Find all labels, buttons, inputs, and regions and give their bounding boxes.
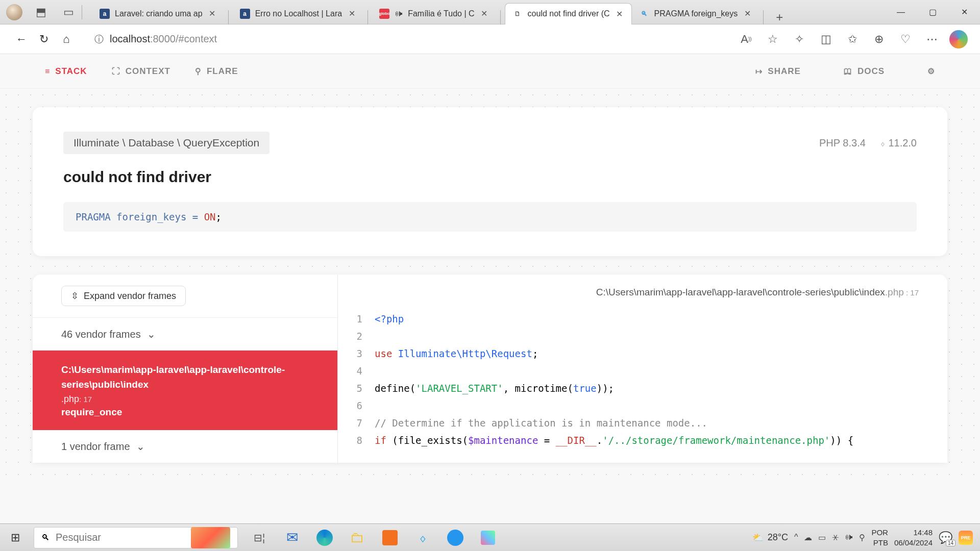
toolbar-icons: A)) ☆ ✧ ◫ ✩ ⊕ ♡ ⋯ bbox=[735, 28, 970, 51]
code-line: 2 bbox=[338, 328, 947, 345]
tab-title: Família é Tudo | C bbox=[408, 9, 474, 18]
url-text: localhost:8000/#context bbox=[110, 33, 217, 45]
favorite-icon[interactable]: ☆ bbox=[762, 28, 784, 51]
close-icon[interactable]: ✕ bbox=[347, 9, 356, 18]
code-line: 1<?php bbox=[338, 310, 947, 328]
edge-icon[interactable] bbox=[309, 524, 340, 552]
maximize-button[interactable]: ▢ bbox=[917, 0, 948, 24]
clock[interactable]: 14:48 06/04/2024 bbox=[894, 528, 933, 547]
weather-icon: ⛅ bbox=[752, 532, 764, 543]
alura-favicon-icon: a bbox=[240, 9, 250, 19]
site-info-icon[interactable]: ⓘ bbox=[94, 33, 104, 45]
code-line: 4 bbox=[338, 362, 947, 380]
tab-title: Laravel: criando uma ap bbox=[115, 9, 203, 18]
address-bar: ← ↻ ⌂ ⓘ localhost:8000/#context A)) ☆ ✧ … bbox=[0, 24, 980, 54]
task-view-icon[interactable]: ⊟¦ bbox=[244, 524, 275, 552]
notifications-button[interactable]: 💬14 bbox=[939, 531, 952, 544]
code-line: 6 bbox=[338, 397, 947, 414]
app-icon[interactable] bbox=[473, 524, 503, 552]
explorer-icon[interactable]: 🗀 bbox=[342, 524, 373, 552]
tray-app-icon[interactable]: PRE bbox=[959, 531, 973, 545]
close-icon[interactable]: ✕ bbox=[615, 9, 624, 18]
minimize-button[interactable]: — bbox=[885, 0, 917, 24]
divider bbox=[228, 10, 229, 24]
expand-vendor-button[interactable]: ⇳Expand vendor frames bbox=[61, 286, 186, 306]
xampp-icon[interactable] bbox=[375, 524, 405, 552]
nav-flare[interactable]: ⚲FLARE bbox=[183, 66, 251, 77]
nav-stack[interactable]: ≡STACK bbox=[33, 66, 100, 77]
battery-icon[interactable]: ▭ bbox=[818, 533, 826, 542]
extensions-icon[interactable]: ✧ bbox=[788, 28, 811, 51]
ignition-nav: ≡STACK ⛶CONTEXT ⚲FLARE ↦SHARE 🕮DOCS ⚙ bbox=[0, 54, 980, 89]
task-icons: ⊟¦ ✉ 🗀 ⬨ bbox=[244, 524, 503, 552]
copilot-button[interactable] bbox=[947, 28, 970, 51]
collections-icon[interactable]: ⊕ bbox=[868, 28, 890, 51]
performance-icon[interactable]: ♡ bbox=[894, 28, 917, 51]
versions: PHP 8.3.4 ⬨ 11.2.0 bbox=[819, 137, 917, 149]
docker-icon[interactable] bbox=[440, 524, 471, 552]
favorites-bar-icon[interactable]: ✩ bbox=[841, 28, 864, 51]
taskbar: ⊞ 🔍︎ ⊟¦ ✉ 🗀 ⬨ ⛅ 28°C ^ ☁ ▭ ⚹ 🕪 ⚲ POR PTB bbox=[0, 523, 980, 551]
tab-laravel-course[interactable]: a Laravel: criando uma ap ✕ bbox=[92, 3, 224, 24]
vscode-icon[interactable]: ⬨ bbox=[407, 524, 438, 552]
back-button[interactable]: ← bbox=[10, 28, 33, 51]
tab-actions-icon[interactable]: ▭ bbox=[59, 3, 78, 21]
usb-icon[interactable]: ⚲ bbox=[859, 533, 865, 542]
refresh-button[interactable]: ↻ bbox=[33, 28, 55, 51]
home-button[interactable]: ⌂ bbox=[55, 28, 78, 51]
alura-favicon-icon: a bbox=[100, 9, 110, 19]
new-tab-button[interactable]: + bbox=[768, 10, 791, 24]
exception-class: Illuminate \ Database \ QueryException bbox=[63, 132, 270, 154]
read-aloud-icon[interactable]: A)) bbox=[735, 28, 757, 51]
close-icon[interactable]: ✕ bbox=[480, 9, 489, 18]
code-line: 8if (file_exists($maintenance = __DIR__.… bbox=[338, 432, 947, 449]
mail-icon[interactable]: ✉ bbox=[277, 524, 307, 552]
stack-icon: ≡ bbox=[45, 67, 50, 76]
workspaces-icon[interactable]: ⬒ bbox=[32, 3, 50, 21]
weather-widget[interactable]: ⛅ 28°C bbox=[752, 532, 788, 543]
profile-avatar[interactable] bbox=[6, 4, 22, 20]
url-input[interactable]: ⓘ localhost:8000/#context bbox=[85, 29, 728, 49]
search-decoration-icon bbox=[191, 527, 230, 548]
code-line: 7// Determine if the application is in m… bbox=[338, 414, 947, 432]
nav-context[interactable]: ⛶CONTEXT bbox=[100, 66, 183, 77]
split-screen-icon[interactable]: ◫ bbox=[815, 28, 837, 51]
nav-share[interactable]: ↦SHARE bbox=[743, 66, 813, 77]
onedrive-icon[interactable]: ☁ bbox=[804, 533, 812, 542]
tab-title: PRAGMA foreign_keys bbox=[654, 9, 738, 18]
vendor-frames-bottom[interactable]: 1 vendor frame⌄ bbox=[33, 430, 337, 463]
code-panel: C:\Users\marim\app-laravel\app-laravel\c… bbox=[338, 274, 947, 463]
nav-docs[interactable]: 🕮DOCS bbox=[831, 66, 897, 77]
vendor-frames-top[interactable]: 46 vendor frames⌄ bbox=[33, 318, 337, 350]
file-favicon-icon: 🗋 bbox=[512, 9, 523, 19]
laravel-version: 11.2.0 bbox=[888, 137, 917, 148]
tab-title: could not find driver (C bbox=[528, 9, 610, 18]
tab-driver-error[interactable]: 🗋 could not find driver (C ✕ bbox=[505, 3, 632, 24]
tab-pragma-search[interactable]: 🔍︎ PRAGMA foreign_keys ✕ bbox=[632, 3, 760, 24]
chevron-up-icon[interactable]: ^ bbox=[794, 533, 798, 542]
start-button[interactable]: ⊞ bbox=[0, 524, 31, 552]
search-input[interactable] bbox=[56, 532, 185, 543]
close-icon[interactable]: ✕ bbox=[743, 9, 752, 18]
close-icon[interactable]: ✕ bbox=[208, 9, 217, 18]
divider bbox=[763, 10, 764, 24]
active-frame[interactable]: C:\Users\marim\app-laravel\app-laravel\c… bbox=[33, 350, 337, 430]
language-indicator[interactable]: POR PTB bbox=[871, 528, 888, 547]
stack-card: ⇳Expand vendor frames 46 vendor frames⌄ … bbox=[33, 274, 947, 463]
settings-button[interactable]: ⚙ bbox=[915, 66, 947, 76]
tab-localhost-error[interactable]: a Erro no Localhost | Lara ✕ bbox=[233, 3, 363, 24]
volume-icon[interactable]: 🕪 bbox=[845, 533, 853, 542]
tab-familia[interactable]: globo 🕪 Família é Tudo | C ✕ bbox=[372, 3, 496, 24]
menu-icon[interactable]: ⋯ bbox=[921, 28, 943, 51]
taskbar-search[interactable]: 🔍︎ bbox=[34, 527, 238, 548]
speaker-icon[interactable]: 🕪 bbox=[395, 9, 403, 18]
search-icon: 🔍︎ bbox=[41, 533, 50, 542]
close-button[interactable]: ✕ bbox=[948, 0, 980, 24]
error-section: Illuminate \ Database \ QueryException P… bbox=[0, 89, 980, 481]
code-line: 5define('LARAVEL_START', microtime(true)… bbox=[338, 380, 947, 397]
divider bbox=[368, 10, 368, 24]
wifi-icon[interactable]: ⚹ bbox=[832, 533, 839, 542]
page-viewport[interactable]: ≡STACK ⛶CONTEXT ⚲FLARE ↦SHARE 🕮DOCS ⚙ Il… bbox=[0, 54, 980, 523]
docs-icon: 🕮 bbox=[844, 67, 852, 76]
window-controls: — ▢ ✕ bbox=[885, 0, 980, 24]
